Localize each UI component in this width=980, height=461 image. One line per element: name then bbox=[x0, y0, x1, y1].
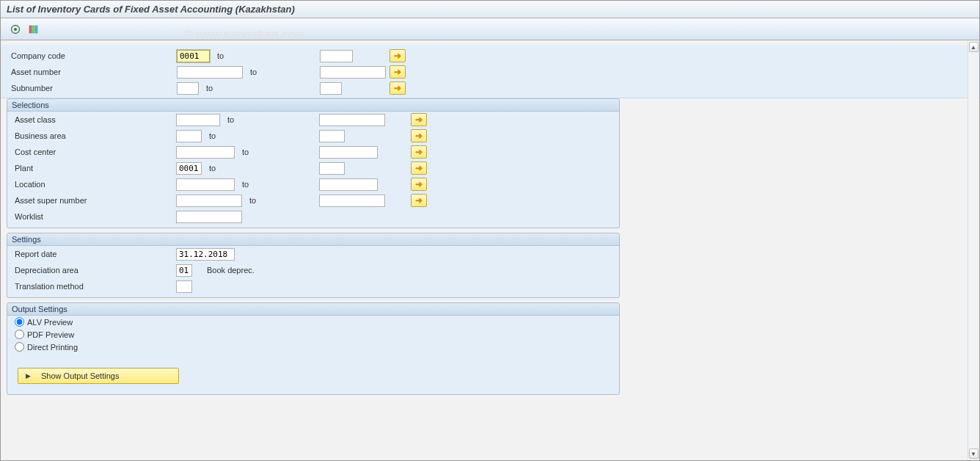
cost-center-input[interactable] bbox=[176, 146, 235, 159]
main-window: List of Inventory Cards of Fixed Asset A… bbox=[0, 0, 980, 461]
show-output-settings-label: Show Output Settings bbox=[41, 371, 119, 380]
depreciation-area-text: Book deprec. bbox=[207, 266, 255, 275]
asset-class-multiple-button[interactable]: ➜ bbox=[411, 113, 427, 126]
to-label: to bbox=[202, 131, 319, 140]
to-label: to bbox=[202, 164, 319, 173]
alv-preview-radio[interactable] bbox=[15, 317, 24, 327]
asset-number-multiple-button[interactable]: ➜ bbox=[390, 65, 406, 79]
cost-center-multiple-button[interactable]: ➜ bbox=[411, 145, 427, 159]
location-to-input[interactable] bbox=[319, 178, 378, 191]
asset-class-to-input[interactable] bbox=[319, 114, 385, 126]
plant-to-input[interactable] bbox=[319, 162, 345, 175]
arrow-right-icon: ➜ bbox=[394, 67, 401, 77]
company-code-to-input[interactable] bbox=[320, 50, 353, 62]
asset-number-label: Asset number bbox=[8, 68, 177, 76]
cost-center-label: Cost center bbox=[7, 148, 176, 156]
to-label: to bbox=[235, 180, 319, 189]
asset-super-number-input[interactable] bbox=[176, 195, 242, 207]
pdf-preview-radio[interactable] bbox=[15, 330, 24, 339]
svg-rect-3 bbox=[32, 26, 34, 33]
subnumber-label: Subnumber bbox=[8, 84, 177, 92]
location-label: Location bbox=[7, 180, 176, 189]
output-settings-title: Output Settings bbox=[7, 303, 619, 316]
vertical-scrollbar[interactable]: ▲ ▼ bbox=[968, 41, 979, 460]
settings-title: Settings bbox=[7, 233, 619, 246]
to-label: to bbox=[210, 51, 320, 60]
plant-label: Plant bbox=[7, 164, 176, 173]
to-label: to bbox=[243, 68, 320, 76]
asset-super-number-multiple-button[interactable]: ➜ bbox=[411, 194, 427, 207]
business-area-label: Business area bbox=[7, 131, 176, 140]
to-label: to bbox=[235, 148, 319, 156]
translation-method-input[interactable] bbox=[176, 280, 192, 293]
depreciation-area-label: Depreciation area bbox=[7, 266, 176, 275]
asset-super-number-to-input[interactable] bbox=[319, 195, 385, 207]
subnumber-multiple-button[interactable]: ➜ bbox=[390, 81, 406, 95]
plant-multiple-button[interactable]: ➜ bbox=[411, 161, 427, 175]
company-code-input[interactable] bbox=[177, 50, 210, 62]
scroll-down-arrow[interactable]: ▼ bbox=[969, 449, 979, 459]
report-date-input[interactable] bbox=[176, 248, 235, 261]
to-label: to bbox=[220, 115, 319, 124]
translation-method-label: Translation method bbox=[7, 282, 176, 291]
business-area-multiple-button[interactable]: ➜ bbox=[411, 129, 427, 142]
worklist-input[interactable] bbox=[176, 211, 242, 223]
depreciation-area-input[interactable] bbox=[176, 264, 192, 277]
worklist-label: Worklist bbox=[7, 212, 176, 221]
pdf-preview-label: PDF Preview bbox=[27, 330, 74, 339]
alv-preview-label: ALV Preview bbox=[27, 318, 73, 327]
svg-rect-4 bbox=[35, 26, 37, 33]
to-label: to bbox=[199, 84, 320, 92]
arrow-right-icon: ➜ bbox=[415, 179, 423, 189]
arrow-right-icon: ➜ bbox=[394, 83, 401, 93]
settings-group: Settings Report date Depreciation area B… bbox=[7, 233, 620, 298]
content-area: Company code to ➜ Asset number to ➜ Subn… bbox=[1, 40, 979, 395]
asset-class-label: Asset class bbox=[7, 115, 176, 124]
scroll-up-arrow[interactable]: ▲ bbox=[969, 42, 979, 52]
company-code-multiple-button[interactable]: ➜ bbox=[390, 49, 406, 62]
arrow-right-icon: ➜ bbox=[394, 51, 401, 61]
arrow-right-icon: ➜ bbox=[415, 147, 423, 157]
direct-printing-radio[interactable] bbox=[15, 342, 24, 352]
asset-number-to-input[interactable] bbox=[320, 66, 386, 79]
arrow-right-icon: ➜ bbox=[415, 115, 423, 125]
application-toolbar bbox=[1, 18, 979, 40]
arrow-right-icon: ➜ bbox=[415, 131, 423, 141]
svg-point-1 bbox=[14, 28, 17, 31]
business-area-input[interactable] bbox=[176, 130, 202, 142]
location-multiple-button[interactable]: ➜ bbox=[411, 178, 427, 191]
asset-super-number-label: Asset super number bbox=[7, 196, 176, 205]
report-date-label: Report date bbox=[7, 250, 176, 258]
location-input[interactable] bbox=[176, 178, 235, 191]
to-label: to bbox=[242, 196, 319, 205]
dynamic-selections-button[interactable] bbox=[26, 22, 40, 37]
plant-input[interactable] bbox=[176, 162, 202, 175]
page-title: List of Inventory Cards of Fixed Asset A… bbox=[7, 4, 295, 15]
cost-center-to-input[interactable] bbox=[319, 146, 378, 159]
selections-group: Selections Asset class to ➜ Business are… bbox=[7, 98, 620, 228]
triangle-right-icon: ▶ bbox=[26, 372, 31, 380]
arrow-right-icon: ➜ bbox=[415, 163, 423, 173]
title-bar: List of Inventory Cards of Fixed Asset A… bbox=[1, 1, 979, 18]
direct-printing-label: Direct Printing bbox=[27, 343, 78, 352]
svg-rect-2 bbox=[29, 26, 32, 33]
subnumber-to-input[interactable] bbox=[320, 82, 342, 95]
output-settings-group: Output Settings ALV Preview PDF Preview … bbox=[7, 302, 620, 395]
business-area-to-input[interactable] bbox=[319, 130, 345, 142]
company-code-label: Company code bbox=[8, 51, 177, 60]
arrow-right-icon: ➜ bbox=[415, 195, 423, 206]
asset-class-input[interactable] bbox=[176, 114, 220, 126]
asset-number-input[interactable] bbox=[177, 66, 243, 79]
selections-title: Selections bbox=[7, 99, 619, 112]
show-output-settings-button[interactable]: ▶ Show Output Settings bbox=[18, 368, 179, 384]
execute-button[interactable] bbox=[8, 22, 23, 37]
top-block: Company code to ➜ Asset number to ➜ Subn… bbox=[1, 45, 979, 98]
subnumber-input[interactable] bbox=[177, 82, 199, 95]
